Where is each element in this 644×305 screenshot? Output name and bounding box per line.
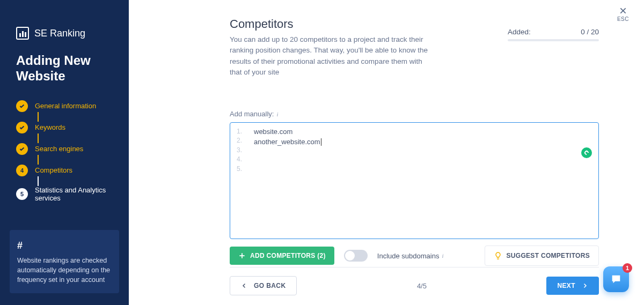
chat-icon [610,273,622,285]
info-icon[interactable]: i [442,252,443,259]
bar-chart-icon [16,27,29,40]
suggest-competitors-button[interactable]: SUGGEST COMPETITORS [485,246,599,266]
include-subdomains-toggle[interactable] [344,250,368,262]
check-icon [16,100,28,112]
page-intro: You can add up to 20 competitors to a pr… [230,34,434,78]
chevron-right-icon [582,282,588,289]
info-icon[interactable]: i [276,111,278,117]
check-icon [16,122,28,133]
chat-widget[interactable]: 1 [603,266,629,292]
step-statistics[interactable]: 5 Statistics and Analytics services [16,186,113,202]
step-label: Search engines [35,145,83,153]
textarea-line: another_website.com [254,137,591,147]
chat-badge: 1 [623,263,632,273]
go-back-button[interactable]: GO BACK [230,276,297,295]
step-competitors[interactable]: 4 Competitors [16,165,113,176]
step-label: Statistics and Analytics services [35,186,113,202]
step-label: General information [35,102,96,110]
wizard-steps: General information Keywords Search engi… [0,100,129,202]
pager: 4/5 [417,282,427,290]
textarea-line: website.com [254,127,591,137]
step-number-icon: 4 [16,165,28,176]
sidebar-title: Adding New Website [0,53,129,100]
page-title: Competitors [230,17,434,31]
sidebar: SE Ranking Adding New Website General in… [0,0,129,305]
brand-logo: SE Ranking [0,27,129,53]
step-number-icon: 5 [16,188,28,200]
info-text: Website rankings are checked automatical… [17,256,112,285]
toggle-label: Include subdomains i [377,252,444,260]
close-button[interactable]: ESC [617,6,629,22]
competitors-textarea[interactable]: 12345 website.com another_website.com [230,122,599,239]
sidebar-info-box: # Website rankings are checked automatic… [10,230,119,293]
step-keywords[interactable]: Keywords [16,122,113,133]
close-label: ESC [617,16,629,22]
main-content: ESC Competitors You can add up to 20 com… [129,0,644,305]
next-button[interactable]: NEXT [546,277,599,295]
lightbulb-icon [494,251,502,260]
added-counter: Added: 0 / 20 [508,17,599,41]
close-icon [619,6,627,15]
footer-nav: GO BACK 4/5 NEXT [230,267,599,295]
line-numbers: 12345 [237,127,242,174]
brand-name: SE Ranking [34,28,85,39]
grammarly-icon[interactable] [581,147,592,158]
hash-icon: # [17,239,112,252]
plus-icon [238,252,246,259]
added-progress-bar [508,39,599,41]
step-general-information[interactable]: General information [16,100,113,112]
added-label: Added: [508,28,531,36]
step-label: Keywords [35,123,65,131]
added-value: 0 / 20 [581,28,599,36]
manual-label: Add manually: i [230,110,599,118]
step-label: Competitors [35,166,72,174]
check-icon [16,143,28,155]
add-competitors-button[interactable]: ADD COMPETITORS (2) [230,247,334,265]
chevron-left-icon [241,282,247,289]
step-search-engines[interactable]: Search engines [16,143,113,155]
